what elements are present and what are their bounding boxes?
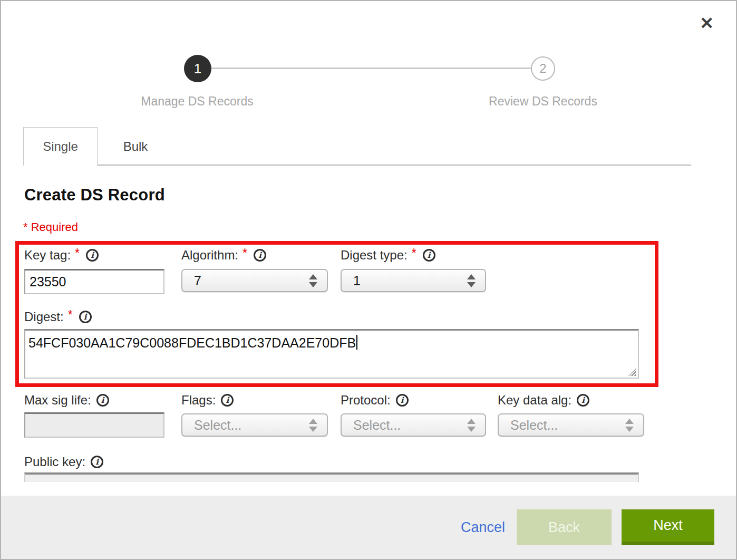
protocol-label: Protocol: i [341,393,409,408]
select-arrows-icon [467,419,476,432]
info-icon[interactable]: i [254,249,266,262]
step-1-label: Manage DS Records [106,94,288,109]
algorithm-label: Algorithm: * i [181,248,266,263]
step-2-label: Review DS Records [452,94,634,109]
key-data-alg-select[interactable]: Select... [498,413,644,437]
footer-bar: Cancel Back Next [1,496,736,559]
digest-type-label: Digest type: * i [341,248,435,263]
required-asterisk: * [68,308,73,322]
info-icon[interactable]: i [91,456,103,468]
info-icon[interactable]: i [221,394,234,407]
tab-single[interactable]: Single [23,127,98,166]
info-icon[interactable]: i [577,394,589,407]
back-button[interactable]: Back [517,509,612,545]
key-data-alg-select-value: Select... [510,418,558,433]
page-title: Create DS Record [24,186,165,205]
algorithm-select[interactable]: 7 [181,269,328,292]
flags-label: Flags: i [181,393,234,408]
info-icon[interactable]: i [396,394,409,407]
public-key-label: Public key: i [24,455,103,469]
required-note: * Required [23,220,78,234]
stepper: 1 2 Manage DS Records Review DS Records [1,1,736,116]
select-arrows-icon [625,419,634,432]
step-2-circle: 2 [531,56,555,81]
protocol-select[interactable]: Select... [341,413,486,437]
required-asterisk: * [412,246,416,260]
flags-select-value: Select... [194,418,241,433]
stepper-connector-line [198,67,543,69]
tab-bottom-border [98,165,691,166]
digest-type-select-value: 1 [353,273,361,288]
info-icon[interactable]: i [79,311,92,323]
select-arrows-icon [309,419,317,432]
cancel-button[interactable]: Cancel [461,519,505,536]
tab-bulk[interactable]: Bulk [98,127,173,166]
digest-textarea[interactable]: 54FCF030AA1C79C0088FDEC1BD1C37DAA2E70DFB [24,329,639,379]
create-ds-record-dialog: ✕ 1 2 Manage DS Records Review DS Record… [0,0,737,560]
key-tag-label: Key tag: * i [24,248,99,263]
digest-label: Digest: * i [24,310,92,324]
digest-type-select[interactable]: 1 [341,269,486,292]
max-sig-life-input [24,412,164,438]
public-key-textarea[interactable] [24,472,639,482]
next-button[interactable]: Next [622,509,714,545]
key-tag-input[interactable] [24,269,164,294]
info-icon[interactable]: i [86,249,99,262]
select-arrows-icon [309,274,317,287]
required-asterisk: * [75,246,80,260]
info-icon[interactable]: i [96,394,109,407]
required-asterisk: * [243,246,247,260]
select-arrows-icon [467,274,476,287]
algorithm-select-value: 7 [194,273,201,288]
flags-select[interactable]: Select... [181,413,328,437]
key-data-alg-label: Key data alg: i [498,393,589,408]
digest-value: 54FCF030AA1C79C0088FDEC1BD1C37DAA2E70DFB [28,335,356,350]
info-icon[interactable]: i [423,249,435,262]
protocol-select-value: Select... [353,418,401,433]
max-sig-life-label: Max sig life: i [24,393,109,408]
step-1-circle: 1 [184,55,211,82]
text-cursor [356,335,357,350]
resize-handle-icon[interactable] [628,368,636,376]
